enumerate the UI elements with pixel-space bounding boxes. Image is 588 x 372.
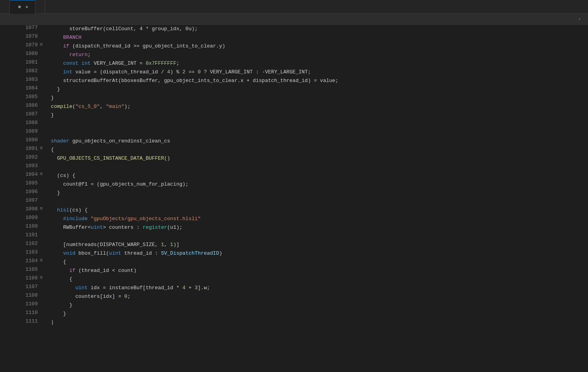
fold-marker[interactable]: ⊟: [38, 42, 45, 51]
line-number: 1085: [0, 94, 38, 102]
fold-marker: [38, 249, 45, 258]
tab-gpu-objects-placer[interactable]: ● ✕: [10, 0, 35, 14]
fold-marker: [38, 68, 45, 77]
fold-marker: [38, 292, 45, 301]
code-line: if (dispatch_thread_id >= gpu_object_int…: [45, 42, 588, 51]
code-line: }: [45, 94, 588, 102]
code-line: |: [45, 318, 588, 327]
line-number: 1091: [0, 146, 38, 154]
code-line: [45, 128, 588, 137]
table-row: 1079⊟ if (dispatch_thread_id >= gpu_obje…: [0, 42, 588, 51]
line-number: 1081: [0, 59, 38, 68]
table-row: 1080 return;: [0, 51, 588, 59]
code-line: counters[idx] = 0;: [45, 292, 588, 301]
line-number: 1083: [0, 77, 38, 85]
table-row: 1108 counters[idx] = 0;: [0, 292, 588, 301]
fold-marker[interactable]: ⊟: [38, 206, 45, 215]
fold-marker[interactable]: ⊟: [38, 258, 45, 266]
table-row: 1092 GPU_OBJECTS_CS_INSTANCE_DATA_BUFFER…: [0, 154, 588, 163]
table-row: 1101: [0, 232, 588, 241]
fold-marker[interactable]: ⊟: [38, 275, 45, 284]
line-number: 1086: [0, 102, 38, 111]
line-number: 1093: [0, 163, 38, 171]
line-number: 1111: [0, 318, 38, 327]
code-line: int value = (dispatch_thread_id / 4) % 2…: [45, 68, 588, 77]
fold-marker[interactable]: ⊟: [38, 171, 45, 180]
fold-marker: [38, 85, 45, 94]
table-row: 1091⊟ {: [0, 146, 588, 154]
fold-marker: [38, 102, 45, 111]
fold-marker[interactable]: ⊟: [38, 146, 45, 154]
editor: 1077 storeBuffer(cellCount, 4 * group_id…: [0, 25, 588, 372]
table-row: 1100 RWBuffer<uint> counters : register(…: [0, 223, 588, 232]
fold-marker: [38, 59, 45, 68]
fold-marker: [38, 223, 45, 232]
line-number: 1099: [0, 215, 38, 223]
table-row: 1111 |: [0, 318, 588, 327]
line-number: 1089: [0, 128, 38, 137]
code-line: [45, 163, 588, 171]
line-number: 1094: [0, 171, 38, 180]
table-row: 1107 uint idx = instanceBuf[thread_id * …: [0, 284, 588, 292]
tab-bar: ● ✕: [0, 0, 588, 14]
line-number: 1100: [0, 223, 38, 232]
line-number: 1084: [0, 85, 38, 94]
table-row: 1105 if (thread_id < count): [0, 266, 588, 275]
tab-assert[interactable]: [35, 0, 45, 14]
breadcrumb-arrow: ›: [578, 16, 581, 22]
line-number: 1087: [0, 111, 38, 120]
table-row: 1087 }: [0, 111, 588, 120]
tab-dagi-scene-voxels[interactable]: [0, 0, 10, 14]
fold-marker: [38, 180, 45, 189]
table-row: 1110 }: [0, 310, 588, 318]
code-line: GPU_OBJECTS_CS_INSTANCE_DATA_BUFFER(): [45, 154, 588, 163]
code-line: BRANCH: [45, 33, 588, 42]
fold-marker: [38, 51, 45, 59]
table-row: 1083 structuredBufferAt(bboxesBuffer, gp…: [0, 77, 588, 85]
fold-marker: [38, 318, 45, 327]
table-row: 1094⊟ (cs) {: [0, 171, 588, 180]
code-line: storeBuffer(cellCount, 4 * group_idx, 0u…: [45, 25, 588, 33]
table-row: 1084 }: [0, 85, 588, 94]
fold-marker: [38, 301, 45, 310]
line-number: 1098: [0, 206, 38, 215]
fold-marker: [38, 189, 45, 197]
line-number: 1102: [0, 241, 38, 249]
code-line: {: [45, 146, 588, 154]
table-row: 1106⊟ {: [0, 275, 588, 284]
code-line: hlsl(cs) {: [45, 206, 588, 215]
code-line: }: [45, 310, 588, 318]
fold-marker: [38, 163, 45, 171]
table-row: 1093: [0, 163, 588, 171]
fold-marker: [38, 215, 45, 223]
line-number: 1107: [0, 284, 38, 292]
table-row: 1099 #include "gpuObjects/gpu_objects_co…: [0, 215, 588, 223]
line-number: 1090: [0, 137, 38, 146]
tab-close-button[interactable]: ✕: [24, 4, 30, 10]
line-number: 1079: [0, 42, 38, 51]
fold-marker: [38, 232, 45, 241]
code-line: RWBuffer<uint> counters : register(u1);: [45, 223, 588, 232]
line-number: 1108: [0, 292, 38, 301]
fold-marker: [38, 25, 45, 33]
line-number: 1109: [0, 301, 38, 310]
line-number: 1082: [0, 68, 38, 77]
table-row: 1077 storeBuffer(cellCount, 4 * group_id…: [0, 25, 588, 33]
fold-marker: [38, 154, 45, 163]
table-row: 1089: [0, 128, 588, 137]
table-row: 1103 void bbox_fill(uint thread_id : SV_…: [0, 249, 588, 258]
fold-marker: [38, 241, 45, 249]
line-number: 1092: [0, 154, 38, 163]
table-row: 1104⊟ {: [0, 258, 588, 266]
fold-marker: [38, 111, 45, 120]
fold-marker: [38, 33, 45, 42]
table-row: 1097: [0, 197, 588, 206]
tab-modified-dot: ●: [18, 4, 22, 11]
table-row: 1082 int value = (dispatch_thread_id / 4…: [0, 68, 588, 77]
editor-scroll[interactable]: 1077 storeBuffer(cellCount, 4 * group_id…: [0, 25, 588, 372]
line-number: 1103: [0, 249, 38, 258]
line-number: 1105: [0, 266, 38, 275]
line-number: 1095: [0, 180, 38, 189]
table-row: 1086 compile("cs_5_0", "main");: [0, 102, 588, 111]
line-number: 1110: [0, 310, 38, 318]
